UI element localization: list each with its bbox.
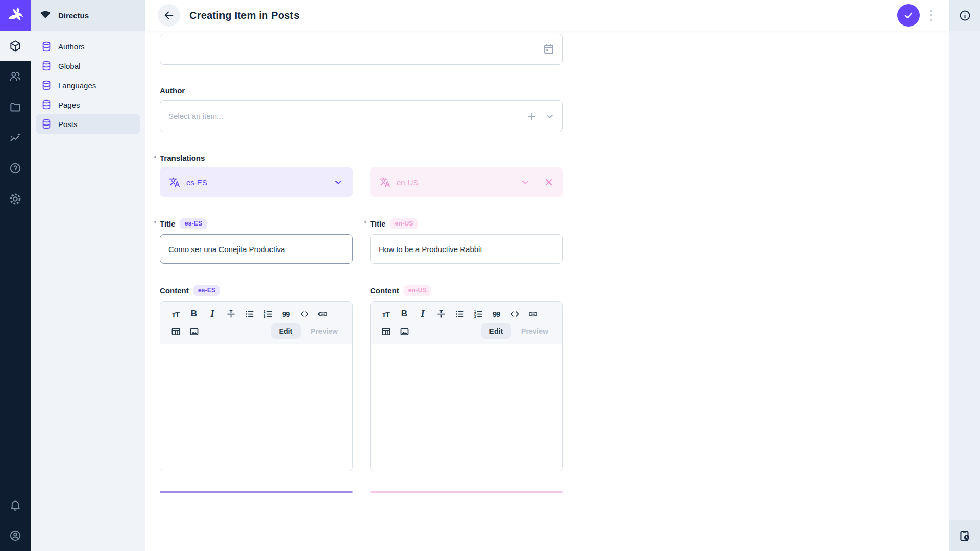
chevron-down-icon[interactable] [545,111,555,121]
translate-icon [169,177,180,188]
table-button[interactable] [166,323,185,339]
directus-logo[interactable] [0,0,31,31]
edit-mode-button[interactable]: Edit [271,323,301,339]
project-cloud-icon [39,9,52,22]
back-button[interactable] [158,4,180,27]
preview-mode-button[interactable]: Preview [303,323,346,339]
box-icon [9,39,22,53]
preview-mode-button[interactable]: Preview [513,323,556,339]
author-select [160,100,563,132]
form-scroll-area: Author Translations es-ES [145,31,949,551]
sidebar-item-label: Global [58,62,80,70]
link-button[interactable] [313,306,332,321]
image-button[interactable] [185,323,203,339]
sidebar-item-languages[interactable]: Languages [36,76,140,95]
translations-label: Translations [160,154,563,162]
collections-nav: Authors Global Languages Page [31,31,145,134]
blockquote-button[interactable]: 99 [487,306,505,321]
database-icon [41,118,52,130]
sidebar-item-label: Posts [58,120,78,129]
sidebar-item-posts[interactable]: Posts [36,114,140,134]
table-button[interactable] [377,323,395,339]
title-label-en: Title en-US [370,218,563,229]
language-select-secondary[interactable]: en-US [370,167,563,197]
required-dot [154,156,156,158]
code-button[interactable] [295,306,313,321]
page-title: Creating Item in Posts [189,10,300,21]
sidebar-item-global[interactable]: Global [36,56,140,76]
module-documentation[interactable] [0,153,31,184]
bell-icon [9,498,22,511]
next-field-edge-es [160,491,353,493]
bold-button[interactable]: B [185,306,203,321]
italic-button[interactable]: I [203,306,222,321]
chevron-down-icon[interactable] [333,177,344,187]
required-dot [154,221,156,223]
add-item-icon[interactable] [526,111,537,122]
module-settings[interactable] [0,184,31,214]
chevron-down-icon[interactable] [520,177,530,187]
collections-sidebar: Directus Authors Global Lang [31,0,145,551]
link-button[interactable] [524,306,542,321]
sidebar-item-pages[interactable]: Pages [36,95,140,114]
close-icon[interactable] [544,177,554,187]
sidebar-item-authors[interactable]: Authors [36,37,140,56]
numbered-list-button[interactable]: 123 [469,306,487,321]
language-code: es-ES [186,178,207,187]
bold-button[interactable]: B [395,306,413,321]
module-file-library[interactable] [0,92,31,122]
revisions-panel-button[interactable] [949,520,980,551]
project-bar[interactable]: Directus [31,0,145,31]
markdown-editor-es: тT B I 123 99 [160,301,353,471]
save-button[interactable] [897,4,920,27]
gear-icon [9,192,22,206]
title-input-en[interactable] [370,234,563,264]
text-size-button[interactable]: тT [166,306,185,321]
bullet-list-button[interactable] [450,306,469,321]
account-icon [9,529,22,542]
language-select-primary[interactable]: es-ES [160,167,353,197]
help-icon [9,162,22,175]
author-select-input[interactable] [160,100,563,132]
code-button[interactable] [505,306,524,321]
editor-toolbar: тT B I 123 99 [160,302,352,344]
module-insights[interactable] [0,122,31,153]
image-button[interactable] [395,323,413,339]
language-code: en-US [397,178,419,187]
content-textarea-en[interactable] [371,344,562,471]
edit-mode-button[interactable]: Edit [481,323,511,339]
lang-badge-es: es-ES [193,285,220,296]
page-header: Creating Item in Posts [145,0,949,31]
more-options-button[interactable] [925,5,937,26]
content-label-es: Content es-ES [160,285,353,296]
rabbit-logo-icon [6,6,24,24]
content-label-en: Content en-US [370,285,563,296]
check-icon [903,10,914,21]
lang-badge-es: es-ES [180,218,207,229]
info-icon [959,9,971,22]
content-textarea-es[interactable] [160,344,352,471]
main-area: Creating Item in Posts [145,0,949,551]
strikethrough-button[interactable] [432,306,450,321]
module-bar [0,0,31,551]
users-icon [9,70,22,83]
text-size-button[interactable]: тT [377,306,395,321]
sidebar-item-label: Languages [58,81,96,90]
italic-button[interactable]: I [413,306,432,321]
lang-badge-en: en-US [390,218,418,229]
date-input[interactable] [160,34,563,65]
account-button[interactable] [0,520,31,551]
blockquote-button[interactable]: 99 [277,306,295,321]
required-dot [364,221,366,223]
calendar-icon[interactable] [543,43,555,57]
sidebar-item-label: Authors [58,42,85,51]
module-content[interactable] [0,31,31,61]
notifications-button[interactable] [0,489,31,520]
module-user-directory[interactable] [0,61,31,92]
strikethrough-button[interactable] [222,306,240,321]
title-input-es[interactable] [160,234,353,264]
bullet-list-button[interactable] [240,306,258,321]
numbered-list-button[interactable]: 123 [258,306,277,321]
arrow-left-icon [163,10,175,21]
info-panel-button[interactable] [949,0,980,31]
